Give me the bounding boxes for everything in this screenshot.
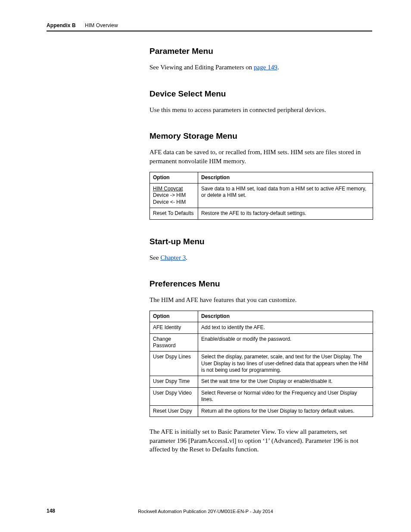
cell-text-underlined: HIM Copycat [153,186,183,192]
para-memory-storage-menu: AFE data can be saved to, or recalled fr… [149,148,373,165]
cell-option: User Dspy Time [150,376,198,387]
header-title: HIM Overview [85,22,118,28]
section-device-select-menu: Device Select Menu Use this menu to acce… [149,89,373,115]
heading-parameter-menu: Parameter Menu [149,47,373,56]
heading-preferences-menu: Preferences Menu [149,279,373,289]
heading-memory-storage-menu: Memory Storage Menu [149,131,373,141]
para-parameter-menu: See Viewing and Editing Parameters on pa… [149,63,373,72]
cell-option: Reset To Defaults [150,208,198,219]
table-row: Change Password Enable/disable or modify… [150,333,373,352]
link-page-149[interactable]: page 149 [254,64,277,71]
cell-description: Select the display, parameter, scale, an… [198,352,373,376]
table-preferences: Option Description AFE Identity Add text… [149,311,373,417]
cell-option: HIM Copycat Device -> HIM Device <- HIM [150,184,198,208]
th-option: Option [150,311,198,322]
running-header: Appendix B HIM Overview [47,22,372,28]
cell-option: Change Password [150,333,198,352]
cell-text: Device -> HIM [153,192,186,198]
table-memory-storage: Option Description HIM Copycat Device ->… [149,172,373,220]
table-row: User Dspy Lines Select the display, para… [150,352,373,376]
th-option: Option [150,172,198,183]
para-preferences-intro: The HIM and AFE have features that you c… [149,296,373,305]
cell-option: AFE Identity [150,322,198,333]
table-row: Reset User Dspy Return all the options f… [150,405,373,417]
header-rule [47,31,372,31]
cell-description: Return all the options for the User Disp… [198,405,373,417]
section-parameter-menu: Parameter Menu See Viewing and Editing P… [149,47,373,72]
section-startup-menu: Start-up Menu See Chapter 3. [149,237,373,262]
table-row: User Dspy Time Set the wait time for the… [150,376,373,387]
header-appendix: Appendix B [47,22,76,28]
cell-option: Reset User Dspy [150,405,198,417]
table-row: User Dspy Video Select Reverse or Normal… [150,387,373,405]
section-preferences-menu: Preferences Menu The HIM and AFE have fe… [149,279,373,454]
cell-description: Enable/disable or modify the password. [198,333,373,352]
table-row: HIM Copycat Device -> HIM Device <- HIM … [150,184,373,208]
para-preferences-note: The AFE is initially set to Basic Parame… [149,427,373,454]
section-memory-storage-menu: Memory Storage Menu AFE data can be save… [149,131,373,219]
cell-text: Device <- HIM [153,199,186,205]
table-row: Reset To Defaults Restore the AFE to its… [150,208,373,219]
text: . [186,254,187,261]
publication-footer: Rockwell Automation Publication 20Y-UM00… [0,509,411,514]
th-description: Description [198,311,373,322]
para-device-select-menu: Use this menu to access parameters in co… [149,106,373,115]
table-row: Option Description [150,172,373,183]
table-row: Option Description [150,311,373,322]
th-description: Description [198,172,373,183]
cell-description: Add text to identify the AFE. [198,322,373,333]
link-chapter-3[interactable]: Chapter 3 [160,254,186,261]
heading-startup-menu: Start-up Menu [149,237,373,246]
cell-description: Set the wait time for the User Display o… [198,376,373,387]
heading-device-select-menu: Device Select Menu [149,89,373,99]
page: Appendix B HIM Overview Parameter Menu S… [0,0,411,532]
cell-option: User Dspy Video [150,387,198,405]
table-row: AFE Identity Add text to identify the AF… [150,322,373,333]
text: See [149,254,160,261]
content: Parameter Menu See Viewing and Editing P… [149,47,373,463]
cell-description: Select Reverse or Normal video for the F… [198,387,373,405]
cell-option: User Dspy Lines [150,352,198,376]
text: See Viewing and Editing Parameters on [149,64,254,71]
para-startup-menu: See Chapter 3. [149,253,373,262]
text: . [277,64,279,71]
cell-description: Save data to a HIM set, load data from a… [198,184,373,208]
cell-description: Restore the AFE to its factory-default s… [198,208,373,219]
